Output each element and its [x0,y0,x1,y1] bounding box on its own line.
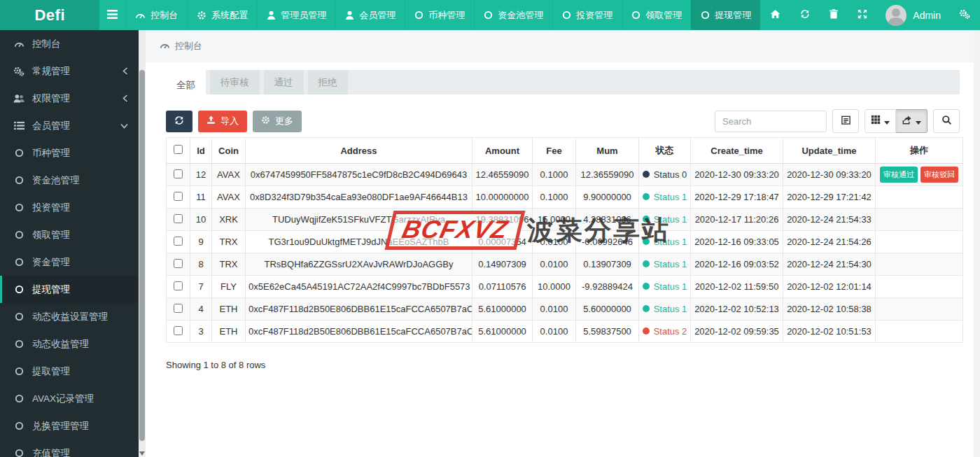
nav-item-dashboard[interactable]: 控制台 [125,0,187,30]
sidebar-item-fund-manage[interactable]: 资金管理 [0,248,139,276]
sidebar-item-label: 领取管理 [32,229,70,241]
sidebar-item-dynamic-income-setting-manage[interactable]: 动态收益设置管理 [0,303,139,330]
caret-down-icon [916,115,921,127]
page-scrollbar[interactable] [974,30,980,457]
status-dot-icon [643,216,650,223]
tab-approved[interactable]: 通过 [264,70,304,94]
table-row: 9TRXTG3r1ou9DuUktgfMETJ9dJNaEEoSAZThbB0.… [167,231,963,253]
fullscreen-button[interactable] [848,0,877,30]
circle-icon [13,312,24,321]
sidebar-item-label: 动态收益设置管理 [32,311,108,323]
row-checkbox[interactable] [174,326,183,335]
toolbar-right [715,109,960,133]
circle-icon [484,10,493,20]
row-checkbox[interactable] [174,237,183,246]
row-checkbox[interactable] [174,192,183,201]
search-input[interactable] [715,111,827,132]
nav-item-label: 会员管理 [359,9,396,22]
nav-item-withdraw-manage[interactable]: 提现管理 [691,0,760,30]
sidebar-item-label: 投资管理 [32,202,70,214]
detail-view-icon [841,115,851,128]
navbar-menu: 控制台系统配置管理员管理会员管理币种管理资金池管理投资管理领取管理提现管理 [125,0,760,30]
brand-logo[interactable]: Defi [0,0,99,30]
cell-coin: FLY [212,276,246,298]
user-menu[interactable]: Admin [877,0,949,30]
sidebar-item-coin-manage[interactable]: 币种管理 [0,139,139,167]
sidebar-item-label: 提现管理 [32,283,70,296]
column-header: Amount [472,138,533,164]
sidebar-item-label: 会员管理 [32,120,70,132]
row-checkbox[interactable] [174,259,183,268]
nav-item-member-manage[interactable]: 会员管理 [335,0,405,30]
sidebar-item-extract-manage[interactable]: 提取管理 [0,358,139,385]
nav-item-invest-manage[interactable]: 投资管理 [552,0,622,30]
navbar-right: Admin [760,0,980,30]
cell-update-time: 2020-12-29 17:21:42 [783,186,876,209]
cell-actions [876,186,963,209]
tab-rejected[interactable]: 拒绝 [308,70,348,94]
approve-action-button[interactable]: 审核通过 [880,167,918,183]
sidebar-item-permission-manage[interactable]: 权限管理 [0,85,139,112]
sidebar-item-exchange-manage[interactable]: 兑换管理管理 [0,412,139,440]
row-checkbox[interactable] [174,169,183,178]
nav-item-claim-manage[interactable]: 领取管理 [622,0,691,30]
sidebar-scrollbar-down-arrow[interactable] [139,451,145,456]
tachometer-icon [13,39,24,48]
cell-mum: -0.00992646 [576,231,639,253]
sidebar-item-claim-manage[interactable]: 领取管理 [0,221,139,248]
trash-icon [830,9,838,22]
refresh-button[interactable] [790,0,820,30]
sidebar-item-avax-record-manage[interactable]: AVAX记录管理 [0,385,139,412]
cell-fee: 0.0100 [533,298,576,321]
more-button[interactable]: 更多 [253,111,302,132]
cell-amount: 10.00000000 [472,186,533,209]
row-checkbox[interactable] [174,281,183,290]
export-button[interactable] [896,109,927,133]
reject-action-button[interactable]: 审核驳回 [920,167,958,183]
sidebar-item-withdraw-manage[interactable]: 提现管理 [0,276,139,303]
sidebar-scrollbar-thumb[interactable] [139,70,145,441]
status-tabs: 全部待审核通过拒绝 [166,70,960,94]
cell-id: 12 [190,164,212,186]
sidebar-item-invest-manage[interactable]: 投资管理 [0,194,139,221]
tab-pending[interactable]: 待审核 [210,70,260,94]
cell-address: 0xcF487F118d2B50E806DBB61E15caFCCA6507B7… [246,321,472,343]
sidebar-scrollbar[interactable] [139,30,146,457]
home-button[interactable] [760,0,790,30]
tab-all[interactable]: 全部 [166,70,206,100]
nav-item-coin-manage[interactable]: 币种管理 [405,0,474,30]
status-dot-icon [643,171,650,178]
search-toggle-button[interactable] [933,109,960,133]
sidebar-item-dashboard[interactable]: 控制台 [0,30,139,57]
circle-icon [13,203,24,212]
nav-item-system-config[interactable]: 系统配置 [187,0,257,30]
settings-button[interactable] [949,0,980,30]
cell-fee: 0.1000 [533,164,576,186]
column-header: Update_time [783,138,876,164]
sidebar-item-general-manage[interactable]: 常规管理 [0,57,139,85]
sidebar-item-pool-manage[interactable]: 资金池管理 [0,167,139,194]
columns-button[interactable] [864,109,896,133]
row-checkbox-cell [167,231,190,253]
row-checkbox[interactable] [174,214,183,223]
column-header: Address [246,138,472,164]
trash-button[interactable] [820,0,848,30]
detail-view-button[interactable] [832,109,859,133]
sidebar-item-label: AVAX记录管理 [32,393,94,405]
cell-coin: ETH [212,321,246,343]
menu-toggle-button[interactable] [99,0,125,30]
sidebar-item-member-manage[interactable]: 会员管理 [0,112,139,139]
import-button[interactable]: 导入 [198,111,247,132]
row-checkbox[interactable] [174,304,183,313]
select-all-checkbox[interactable] [174,145,183,154]
nav-item-pool-manage[interactable]: 资金池管理 [474,0,552,30]
sidebar-item-recharge-manage[interactable]: 充值管理 [0,440,139,457]
table-row: 8TRXTRsBQHfa6ZZGSsrU2XAvJvRAWrDJoAGGBy0.… [167,253,963,276]
refresh-button[interactable] [166,111,192,132]
row-checkbox-cell [167,276,190,298]
chevron-left-icon [122,67,128,75]
nav-item-admin-manage[interactable]: 管理员管理 [257,0,335,30]
cell-amount: 0.00007354 [472,231,533,253]
cell-fee: 0.1000 [533,186,576,209]
sidebar-item-dynamic-income-manage[interactable]: 动态收益管理 [0,330,139,358]
